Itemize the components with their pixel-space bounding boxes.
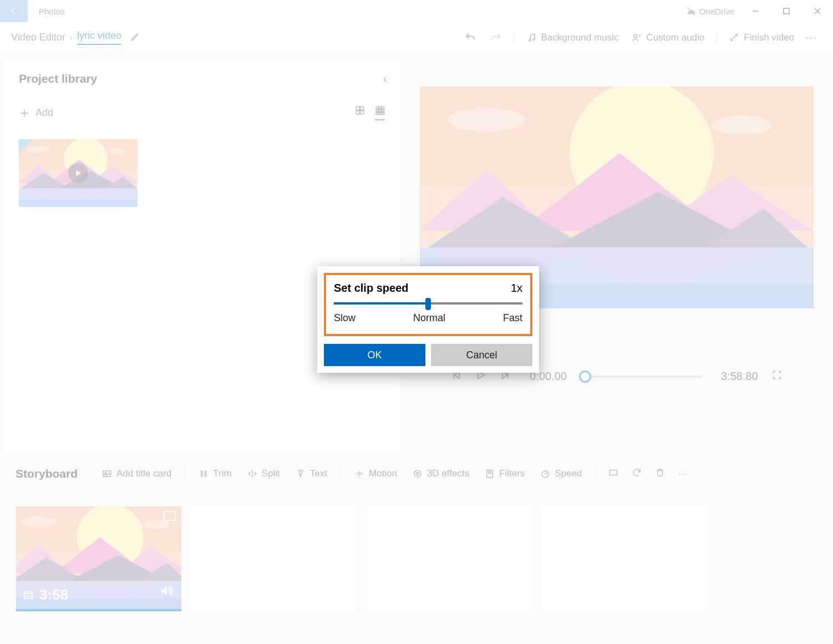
fullscreen-button[interactable] bbox=[771, 369, 783, 383]
preview-panel: 0:00.00 3:58.80 bbox=[400, 53, 833, 453]
collapse-library-button[interactable]: ‹ bbox=[383, 72, 387, 87]
rotate-icon[interactable] bbox=[632, 468, 642, 480]
svg-point-47 bbox=[358, 473, 361, 475]
maximize-button[interactable] bbox=[771, 0, 802, 22]
svg-rect-53 bbox=[609, 470, 617, 475]
library-thumbnail[interactable] bbox=[19, 139, 138, 207]
speed-value: 1x bbox=[511, 282, 522, 295]
svg-rect-29 bbox=[376, 107, 378, 109]
project-name[interactable]: lyric video bbox=[77, 30, 121, 45]
svg-point-21 bbox=[533, 38, 535, 40]
minimize-button[interactable] bbox=[740, 0, 771, 22]
svg-rect-27 bbox=[356, 111, 359, 114]
storyboard-panel: Storyboard Add title card Trim Split Tex… bbox=[0, 453, 833, 617]
grid-small-icon[interactable] bbox=[375, 105, 385, 120]
breadcrumb-root[interactable]: Video Editor bbox=[11, 32, 65, 43]
chevron-right-icon: › bbox=[70, 33, 73, 43]
ok-button[interactable]: OK bbox=[324, 344, 425, 366]
add-media-button[interactable]: Add bbox=[19, 107, 53, 119]
storyboard-empty-slot[interactable] bbox=[191, 506, 357, 611]
svg-point-51 bbox=[489, 471, 491, 474]
svg-marker-38 bbox=[76, 170, 81, 176]
svg-rect-30 bbox=[379, 107, 382, 109]
storyboard-clip[interactable]: 3:58 bbox=[16, 506, 182, 611]
svg-point-20 bbox=[529, 39, 530, 41]
dialog-title: Set clip speed bbox=[334, 282, 409, 295]
svg-rect-37 bbox=[382, 113, 384, 115]
seek-slider[interactable] bbox=[580, 376, 702, 378]
onedrive-status[interactable]: OneDrive bbox=[686, 6, 734, 16]
app-name: Photos bbox=[39, 7, 686, 16]
finish-video-button[interactable]: Finish video bbox=[729, 32, 794, 43]
trim-button[interactable]: Trim bbox=[199, 468, 231, 479]
svg-rect-36 bbox=[379, 113, 382, 115]
svg-rect-33 bbox=[379, 110, 382, 112]
motion-button[interactable]: Motion bbox=[354, 468, 397, 479]
slow-label: Slow bbox=[334, 312, 355, 324]
svg-rect-32 bbox=[376, 110, 378, 112]
svg-rect-35 bbox=[376, 113, 378, 115]
fast-label: Fast bbox=[503, 312, 522, 324]
resize-indicator-icon bbox=[164, 511, 176, 521]
split-button[interactable]: Split bbox=[247, 468, 280, 479]
storyboard-empty-slot[interactable] bbox=[541, 506, 708, 611]
aspect-ratio-icon[interactable] bbox=[608, 468, 618, 480]
slider-handle[interactable] bbox=[425, 298, 431, 310]
svg-rect-25 bbox=[356, 107, 359, 110]
add-title-card-button[interactable]: Add title card bbox=[102, 468, 171, 479]
custom-audio-button[interactable]: Custom audio bbox=[632, 32, 704, 43]
filters-button[interactable]: Filters bbox=[485, 468, 525, 479]
storyboard-empty-slot[interactable] bbox=[366, 506, 532, 611]
3d-effects-button[interactable]: 3D effects bbox=[413, 468, 469, 479]
pencil-icon[interactable] bbox=[130, 32, 140, 44]
undo-button[interactable] bbox=[464, 32, 476, 44]
storyboard-title: Storyboard bbox=[16, 467, 78, 480]
svg-point-22 bbox=[634, 34, 637, 38]
close-button[interactable] bbox=[802, 0, 833, 22]
svg-point-48 bbox=[416, 473, 419, 475]
volume-icon[interactable] bbox=[159, 584, 174, 601]
set-clip-speed-dialog: Set clip speed 1x Slow Normal Fast OK Ca… bbox=[317, 266, 539, 373]
delete-icon[interactable] bbox=[655, 468, 665, 480]
grid-large-icon[interactable] bbox=[355, 105, 365, 120]
play-overlay-icon bbox=[68, 163, 88, 183]
more-button[interactable]: ⋯ bbox=[801, 31, 822, 44]
svg-rect-34 bbox=[382, 110, 384, 112]
library-title: Project library bbox=[19, 72, 385, 85]
dialog-highlight: Set clip speed 1x Slow Normal Fast bbox=[324, 273, 532, 336]
storyboard-more-button[interactable]: ⋯ bbox=[678, 469, 687, 479]
svg-rect-54 bbox=[24, 592, 33, 599]
background-music-button[interactable]: Background music bbox=[527, 32, 619, 43]
command-bar: Video Editor › lyric video Background mu… bbox=[0, 22, 833, 53]
svg-rect-26 bbox=[360, 107, 364, 110]
cancel-button[interactable]: Cancel bbox=[431, 344, 532, 366]
redo-button[interactable] bbox=[490, 32, 502, 44]
svg-rect-17 bbox=[784, 8, 789, 14]
normal-label: Normal bbox=[413, 312, 445, 324]
svg-rect-31 bbox=[382, 107, 384, 109]
project-library-panel: Project library ‹ Add bbox=[3, 59, 400, 453]
svg-rect-28 bbox=[360, 111, 364, 114]
total-time: 3:58.80 bbox=[721, 370, 758, 383]
speed-slider[interactable] bbox=[334, 302, 522, 305]
speed-button[interactable]: Speed bbox=[540, 468, 582, 479]
clip-duration: 3:58 bbox=[39, 586, 68, 604]
onedrive-label: OneDrive bbox=[699, 7, 734, 16]
back-button[interactable] bbox=[0, 0, 28, 22]
titlebar: Photos OneDrive bbox=[0, 0, 833, 22]
text-button[interactable]: Text bbox=[296, 468, 327, 479]
